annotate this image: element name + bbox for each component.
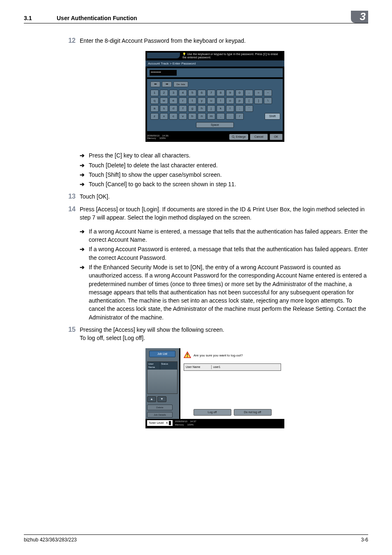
key-slash[interactable]: /	[235, 113, 244, 120]
key-tilde[interactable]: ~	[264, 90, 272, 96]
job-details-button[interactable]: Job Details	[147, 412, 173, 418]
delete-job-button[interactable]: Delete	[147, 405, 173, 410]
key-5[interactable]: 5	[188, 90, 196, 96]
magnifier-icon	[232, 135, 235, 139]
key-j[interactable]: j	[207, 105, 215, 112]
key-0[interactable]: 0	[235, 90, 244, 96]
key-u[interactable]: u	[207, 97, 215, 104]
key-l[interactable]: l	[226, 105, 234, 112]
key-6[interactable]: 6	[198, 90, 206, 96]
status-datetime: 2009/09/10 14:37 Memory 100%	[175, 420, 196, 427]
section-title: User Authentication Function	[57, 14, 368, 22]
shift-key[interactable]: Shift	[265, 113, 280, 120]
job-table: User Name Status	[147, 361, 178, 394]
key-b[interactable]: b	[188, 113, 196, 120]
key-3[interactable]: 3	[169, 90, 178, 96]
cursor-right-button[interactable]: ➡	[162, 81, 172, 87]
key-semicolon[interactable]: ;	[235, 105, 244, 112]
svg-line-1	[234, 137, 235, 138]
password-field-area: ********	[147, 68, 283, 77]
step-12-notes: ➔Press the [C] key to clear all characte…	[62, 148, 368, 188]
step-number: 15	[62, 326, 80, 342]
key-equals[interactable]: =	[254, 90, 263, 96]
chapter-badge: 3	[351, 11, 368, 23]
key-f[interactable]: f	[179, 105, 187, 112]
status-date: 2009/09/10	[175, 420, 187, 423]
delete-button[interactable]: De- lete	[173, 81, 188, 87]
key-s[interactable]: s	[160, 105, 168, 112]
cursor-left-button[interactable]: ⬅	[150, 81, 160, 87]
key-rbracket[interactable]: ]	[254, 97, 263, 104]
onscreen-keyboard: ⬅ ➡ De- lete 1 2 3 4 5 6 7 8 9 0 - =	[147, 79, 283, 131]
step-text: Pressing the [Access] key will show the …	[80, 326, 368, 342]
space-key[interactable]: Space	[196, 122, 234, 128]
note-text: Touch [Delete] to delete the last charac…	[89, 161, 368, 169]
key-9[interactable]: 9	[226, 90, 234, 96]
key-t[interactable]: t	[188, 97, 196, 104]
key-2[interactable]: 2	[160, 90, 168, 96]
arrow-icon: ➔	[80, 161, 89, 169]
step-15: 15 Pressing the [Access] key will show t…	[62, 326, 368, 342]
hint-text: 💡 Use the keyboard or keypad to type in …	[180, 53, 283, 60]
status-datetime: 2009/09/10 14:36 Memory 100%	[147, 134, 168, 140]
dialog-main: Are you sure you want to log-out? User N…	[179, 348, 284, 419]
toner-gauge-icon	[169, 421, 171, 425]
key-g[interactable]: g	[188, 105, 196, 112]
arrow-icon: ➔	[80, 263, 89, 321]
scroll-up-button[interactable]: ▲	[147, 396, 156, 402]
toner-level: Toner Level K	[147, 420, 173, 426]
key-x[interactable]: x	[160, 113, 168, 120]
do-not-log-off-button[interactable]: Do not log off	[234, 409, 272, 416]
key-p[interactable]: p	[235, 97, 244, 104]
arrow-icon: ➔	[80, 245, 89, 262]
status-time: 14:37	[190, 420, 196, 423]
key-n[interactable]: n	[198, 113, 206, 120]
key-c[interactable]: c	[169, 113, 178, 120]
key-m[interactable]: m	[207, 113, 215, 120]
key-w[interactable]: w	[160, 97, 168, 104]
arrow-icon: ➔	[80, 180, 89, 188]
status-time: 14:36	[162, 134, 168, 137]
key-minus[interactable]: -	[245, 90, 253, 96]
key-e[interactable]: e	[169, 97, 178, 104]
kb-row-2: q w e r t y u i o p [ ] \	[150, 97, 280, 104]
job-list-button[interactable]: Job List	[149, 351, 175, 357]
ok-button[interactable]: OK	[270, 134, 283, 140]
key-period[interactable]: .	[226, 113, 234, 120]
hint-label: Use the keyboard or keypad to type in th…	[182, 53, 278, 59]
key-r[interactable]: r	[179, 97, 187, 104]
key-8[interactable]: 8	[217, 90, 225, 96]
key-v[interactable]: v	[179, 113, 187, 120]
key-d[interactable]: d	[169, 105, 178, 112]
key-k[interactable]: k	[217, 105, 225, 112]
key-comma[interactable]: ,	[217, 113, 225, 120]
memory-label: Memory	[175, 423, 184, 426]
key-z[interactable]: z	[150, 113, 159, 120]
cancel-button[interactable]: Cancel	[250, 134, 268, 140]
key-h[interactable]: h	[198, 105, 206, 112]
note-text: Touch [Shift] to show the upper case/sym…	[89, 171, 368, 179]
kb-row-1: 1 2 3 4 5 6 7 8 9 0 - = ~	[150, 90, 280, 96]
key-1[interactable]: 1	[150, 90, 159, 96]
key-a[interactable]: a	[150, 105, 159, 112]
key-q[interactable]: q	[150, 97, 159, 104]
key-o[interactable]: o	[226, 97, 234, 104]
key-7[interactable]: 7	[207, 90, 215, 96]
key-i[interactable]: i	[217, 97, 225, 104]
password-input[interactable]: ********	[150, 70, 177, 76]
scroll-down-button[interactable]: ▼	[157, 396, 166, 402]
log-off-button[interactable]: Log off	[194, 409, 231, 416]
step-text: Enter the 8-digit Account Password from …	[80, 37, 368, 45]
key-4[interactable]: 4	[179, 90, 187, 96]
key-lbracket[interactable]: [	[245, 97, 253, 104]
key-backslash[interactable]: \	[264, 97, 272, 104]
enlarge-button[interactable]: Enlarge	[229, 134, 248, 140]
key-y[interactable]: y	[198, 97, 206, 104]
kb-row-4: z x c v b n m , . / Shift	[150, 113, 280, 120]
key-apostrophe[interactable]: '	[245, 105, 253, 112]
arrow-icon: ➔	[80, 227, 89, 244]
note-text: If a wrong Account Name is entered, a me…	[89, 227, 368, 244]
step-13: 13 Touch [OK].	[62, 192, 368, 201]
bulb-icon: 💡	[182, 53, 186, 56]
kb-row-3: a s d f g h j k l ; '	[150, 105, 280, 112]
